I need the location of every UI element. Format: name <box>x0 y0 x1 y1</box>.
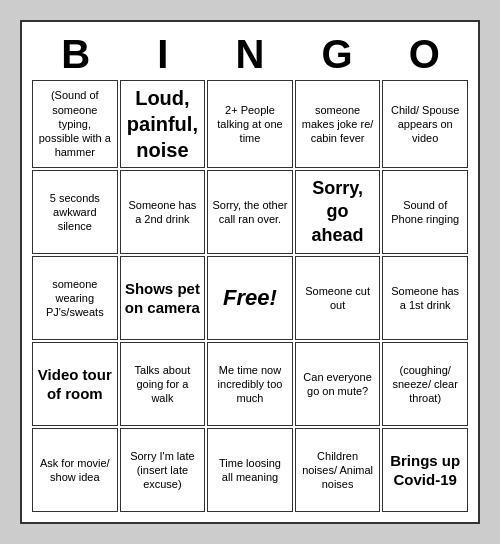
letter-n: N <box>208 32 292 76</box>
cell-11[interactable]: Shows pet on camera <box>120 256 206 340</box>
cell-18[interactable]: Can everyone go on mute? <box>295 342 381 426</box>
cell-9[interactable]: Sound of Phone ringing <box>382 170 468 254</box>
cell-5[interactable]: 5 seconds awkward silence <box>32 170 118 254</box>
bingo-card: B I N G O (Sound of someone typing, poss… <box>20 20 480 524</box>
cell-19[interactable]: (coughing/ sneeze/ clear throat) <box>382 342 468 426</box>
letter-b: B <box>34 32 118 76</box>
cell-12[interactable]: Free! <box>207 256 293 340</box>
bingo-grid: (Sound of someone typing, possible with … <box>32 80 468 512</box>
cell-23[interactable]: Children noises/ Animal noises <box>295 428 381 512</box>
cell-20[interactable]: Ask for movie/ show idea <box>32 428 118 512</box>
letter-i: I <box>121 32 205 76</box>
cell-17[interactable]: Me time now incredibly too much <box>207 342 293 426</box>
cell-2[interactable]: 2+ People talking at one time <box>207 80 293 168</box>
cell-3[interactable]: someone makes joke re/ cabin fever <box>295 80 381 168</box>
cell-15[interactable]: Video tour of room <box>32 342 118 426</box>
cell-10[interactable]: someone wearing PJ's/sweats <box>32 256 118 340</box>
cell-1[interactable]: Loud, painful, noise <box>120 80 206 168</box>
cell-4[interactable]: Child/ Spouse appears on video <box>382 80 468 168</box>
letter-g: G <box>295 32 379 76</box>
letter-o: O <box>382 32 466 76</box>
cell-21[interactable]: Sorry I'm late (insert late excuse) <box>120 428 206 512</box>
cell-14[interactable]: Someone has a 1st drink <box>382 256 468 340</box>
cell-24[interactable]: Brings up Covid-19 <box>382 428 468 512</box>
cell-8[interactable]: Sorry, go ahead <box>295 170 381 254</box>
cell-13[interactable]: Someone cut out <box>295 256 381 340</box>
cell-22[interactable]: Time loosing all meaning <box>207 428 293 512</box>
cell-16[interactable]: Talks about going for a walk <box>120 342 206 426</box>
cell-0[interactable]: (Sound of someone typing, possible with … <box>32 80 118 168</box>
bingo-header: B I N G O <box>32 32 468 76</box>
cell-6[interactable]: Someone has a 2nd drink <box>120 170 206 254</box>
cell-7[interactable]: Sorry, the other call ran over. <box>207 170 293 254</box>
